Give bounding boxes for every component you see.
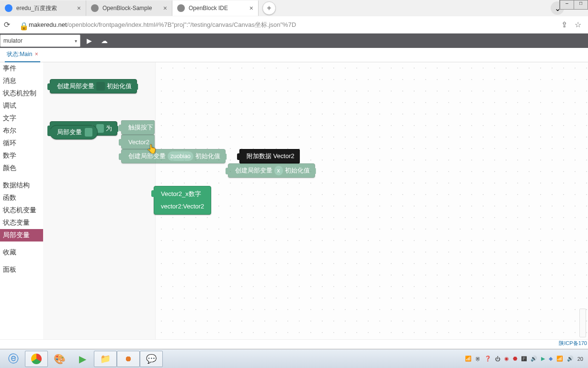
sidebar-item-messages[interactable]: 消息 xyxy=(0,75,43,87)
category-sidebar: 事件 消息 状态机控制 调试 文字 布尔 循环 数学 颜色 数据结构 函数 状态… xyxy=(0,62,43,339)
ie-icon[interactable]: ⓔ xyxy=(2,351,25,367)
tray-icon[interactable]: ⏻ xyxy=(495,356,500,362)
system-tray: 📶 ⛨ ❓ ⏻ ◉ ⬣ 🅿 🔊 ▶ ◆ 📶 🔊 20 xyxy=(465,356,586,362)
sidebar-item-favorites[interactable]: 收藏 xyxy=(0,246,43,259)
workspace-block-vector2x[interactable]: Vector2_x数字 vector2:Vector2 xyxy=(154,186,211,215)
browser-tab-2[interactable]: OpenBlock IDE × xyxy=(172,0,259,16)
new-tab-button[interactable]: + xyxy=(262,1,276,15)
tray-icon[interactable]: ◆ xyxy=(549,356,553,362)
vector2-vector2-label: vector2:Vector2 xyxy=(161,200,204,213)
tray-icon[interactable]: ⬣ xyxy=(513,356,518,362)
explorer-app[interactable]: 📁 xyxy=(94,351,117,367)
tray-icon[interactable]: ▶ xyxy=(541,356,545,362)
tab-title: OpenBlock-Sample xyxy=(102,5,152,12)
favicon-globe xyxy=(91,4,99,12)
window-controls: – □ xyxy=(559,0,588,10)
sidebar-item-events[interactable]: 事件 xyxy=(0,62,43,75)
sidebar-item-debug[interactable]: 调试 xyxy=(0,100,43,112)
windows-taskbar: ⓔ 🎨 ▶ 📁 ⏺ 💬 📶 ⛨ ❓ ⏻ ◉ ⬣ 🅿 🔊 ▶ ◆ 📶 🔊 20 xyxy=(0,349,588,368)
vector2-x-label: Vector2_x数字 xyxy=(161,188,201,200)
reload-icon[interactable]: ⟳ xyxy=(4,20,13,30)
browser-tab-1[interactable]: OpenBlock-Sample × xyxy=(86,0,172,16)
workspace-block-attached-data[interactable]: 附加数据 Vector2 xyxy=(239,149,300,163)
lock-icon: 🔒 xyxy=(19,22,26,28)
sidebar-item-fsm-var[interactable]: 状态机变量 xyxy=(0,204,43,217)
url-path: /openblock/frontpage/index.html#%7B"proj… xyxy=(67,21,296,28)
media-app[interactable]: ▶ xyxy=(71,351,94,367)
browser-tab-strip: eredu_百度搜索 × OpenBlock-Sample × OpenBloc… xyxy=(0,0,588,16)
workspace-block-touch[interactable]: 触摸按下 xyxy=(121,120,155,135)
close-icon[interactable]: × xyxy=(159,4,167,12)
tab-title: OpenBlock IDE xyxy=(189,5,228,12)
simulator-label: mulator xyxy=(3,37,23,44)
cloud-download-button[interactable]: ☁ xyxy=(98,34,111,47)
sidebar-item-datastruct[interactable]: 数据结构 xyxy=(0,179,43,192)
workspace-canvas[interactable]: 触摸按下 Vector2 创建局部变量 zuobiao 初始化值 附加数据 Ve… xyxy=(156,62,588,339)
var-slot[interactable] xyxy=(85,128,92,137)
close-icon[interactable]: × xyxy=(246,4,253,12)
close-icon[interactable]: × xyxy=(35,51,38,58)
sidebar-item-color[interactable]: 颜色 xyxy=(0,162,43,174)
tray-icon[interactable]: ⛨ xyxy=(475,356,481,362)
file-tab-strip: 状态:Main × xyxy=(0,48,588,62)
address-bar: ⟳ 🔒 makeredu.net/openblock/frontpage/ind… xyxy=(0,16,588,34)
tray-icon[interactable]: ❓ xyxy=(485,356,491,362)
sidebar-item-function[interactable]: 函数 xyxy=(0,192,43,204)
maximize-button[interactable]: □ xyxy=(574,0,588,9)
favicon-baidu xyxy=(5,4,12,12)
recorder-app[interactable]: ⏺ xyxy=(117,351,140,367)
tray-icon[interactable]: ◉ xyxy=(504,356,509,362)
tray-icon[interactable]: 📶 xyxy=(465,356,472,362)
play-button[interactable]: ▶ xyxy=(82,34,96,47)
bookmark-icon[interactable]: ☆ xyxy=(575,20,584,29)
paint-app[interactable]: 🎨 xyxy=(48,351,71,367)
chevron-down-icon: ▾ xyxy=(75,38,77,44)
sidebar-item-local-var[interactable]: 局部变量 xyxy=(0,229,43,242)
main-area: 事件 消息 状态机控制 调试 文字 布尔 循环 数学 颜色 数据结构 函数 状态… xyxy=(0,62,588,339)
file-tab-main[interactable]: 状态:Main × xyxy=(5,47,40,62)
workspace-scrollbar[interactable] xyxy=(579,309,586,337)
chrome-app[interactable] xyxy=(25,351,48,367)
wechat-app[interactable]: 💬 xyxy=(140,351,163,367)
sidebar-item-bool[interactable]: 布尔 xyxy=(0,125,43,137)
favicon-globe xyxy=(177,4,185,12)
app-toolbar: mulator ▾ ▶ ☁ xyxy=(0,34,588,48)
file-tab-label: 状态:Main xyxy=(7,51,32,58)
sidebar-item-text[interactable]: 文字 xyxy=(0,112,43,125)
simulator-select[interactable]: mulator ▾ xyxy=(0,34,80,47)
footer-icp: 陕ICP备170 xyxy=(0,339,588,349)
palette-block-local-var[interactable]: 局部变量 xyxy=(50,125,98,139)
tray-network-icon[interactable]: 📶 xyxy=(556,356,563,362)
url-host: makeredu.net xyxy=(29,21,67,28)
share-icon[interactable]: ⇪ xyxy=(561,20,571,29)
workspace-block-vector2[interactable]: Vector2 xyxy=(121,135,155,149)
workspace-block-create-zuobiao[interactable]: 创建局部变量 zuobiao 初始化值 xyxy=(121,149,226,163)
url-display[interactable]: makeredu.net/openblock/frontpage/index.h… xyxy=(29,21,557,29)
var-name-x[interactable]: x xyxy=(274,166,283,175)
var-name-zuobiao[interactable]: zuobiao xyxy=(168,151,193,161)
var-slot[interactable] xyxy=(96,82,105,91)
sidebar-item-fsm-control[interactable]: 状态机控制 xyxy=(0,87,43,100)
tray-clock[interactable]: 20 xyxy=(577,356,583,362)
sidebar-item-state-var[interactable]: 状态变量 xyxy=(0,217,43,229)
minimize-button[interactable]: – xyxy=(560,0,574,9)
sidebar-item-math[interactable]: 数学 xyxy=(0,150,43,162)
browser-tab-0[interactable]: eredu_百度搜索 × xyxy=(0,0,86,16)
tray-volume-icon[interactable]: 🔊 xyxy=(531,356,537,362)
tray-icon[interactable]: 🅿 xyxy=(521,356,527,362)
close-icon[interactable]: × xyxy=(73,4,81,12)
workspace-block-create-x[interactable]: 创建局部变量 x 初始化值 xyxy=(228,163,315,178)
block-palette: 创建局部变量 初始化值 设置局部变量 为 局部变量 👆 xyxy=(43,62,156,339)
sidebar-item-loop[interactable]: 循环 xyxy=(0,137,43,150)
tray-volume-icon[interactable]: 🔊 xyxy=(567,356,574,362)
sidebar-item-panel[interactable]: 面板 xyxy=(0,264,43,276)
palette-block-create-local[interactable]: 创建局部变量 初始化值 xyxy=(50,79,137,93)
tab-title: eredu_百度搜索 xyxy=(16,4,57,12)
